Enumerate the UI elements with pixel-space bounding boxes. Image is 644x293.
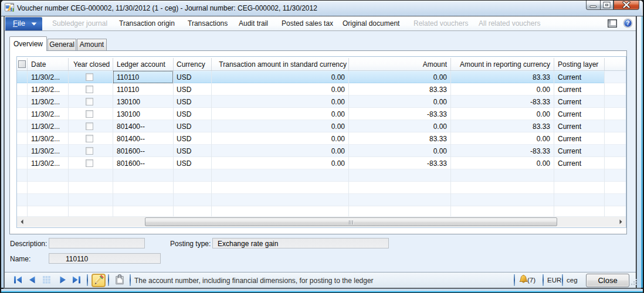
svg-text:?: ?: [626, 19, 629, 26]
